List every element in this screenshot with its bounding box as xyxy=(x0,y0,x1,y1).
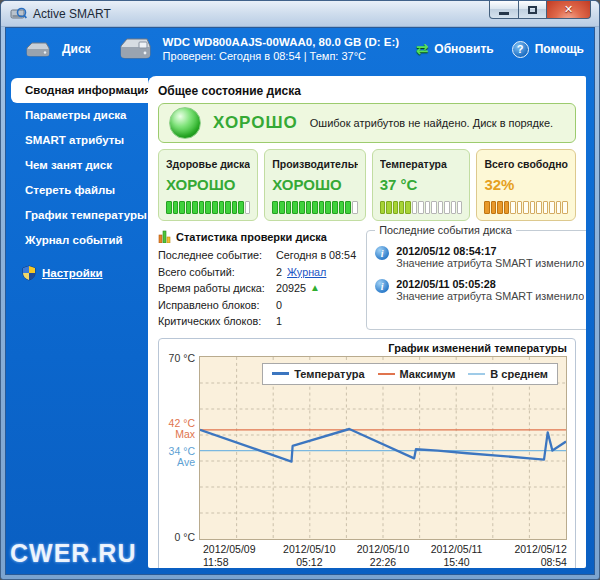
journal-link[interactable]: Журнал xyxy=(287,264,326,281)
event-item[interactable]: i 2012/05/12 08:54:17 Значение атрибута … xyxy=(375,245,584,269)
card-value: 37 °C xyxy=(380,176,463,193)
segment xyxy=(339,201,345,214)
header-actions: ⇄ Обновить ? Помощь xyxy=(416,41,584,58)
segment xyxy=(186,201,192,214)
disk-selector-label: Диск xyxy=(62,42,91,56)
segment xyxy=(556,201,562,214)
event-timestamp: 2012/05/12 08:54:17 xyxy=(396,245,584,257)
card-disk-health: Здоровье диска ХОРОШО xyxy=(158,149,258,221)
segment xyxy=(205,201,211,214)
window-title: Active SMART xyxy=(33,7,111,21)
segment xyxy=(536,201,542,214)
settings-link: Настройки xyxy=(42,267,103,279)
segment xyxy=(484,201,490,214)
card-value: ХОРОШО xyxy=(272,176,358,193)
card-value: 32% xyxy=(484,176,568,193)
legend-swatch-average xyxy=(468,373,485,375)
event-text: Значение атрибута SMART изменилось: (... xyxy=(396,257,584,269)
segment xyxy=(523,201,529,214)
title-bar[interactable]: Active SMART ✕ xyxy=(1,1,599,27)
segment xyxy=(510,201,516,214)
overall-status-word: ХОРОШО xyxy=(213,113,298,133)
segment xyxy=(319,201,325,214)
event-text: Значение атрибута SMART изменилось: (... xyxy=(396,290,584,302)
segment xyxy=(225,201,231,214)
overall-status-description: Ошибок атрибутов не найдено. Диск в поря… xyxy=(310,117,553,129)
sidebar-item-event-log[interactable]: Журнал событий xyxy=(11,228,148,253)
segment-bar xyxy=(380,201,463,214)
segment xyxy=(292,201,298,214)
event-timestamp: 2012/05/11 05:05:28 xyxy=(396,278,584,290)
refresh-button[interactable]: ⇄ Обновить xyxy=(416,42,494,56)
card-title: Температура xyxy=(380,158,463,170)
x-tick: 2012/05/0911:58 xyxy=(199,543,273,569)
recent-events-group: Последние события диска i 2012/05/12 08:… xyxy=(366,230,586,330)
overall-status-box: ХОРОШО Ошибок атрибутов не найдено. Диск… xyxy=(158,103,576,143)
segment-bar xyxy=(484,201,568,214)
segment xyxy=(212,201,218,214)
sidebar-item-erase-files[interactable]: Стереть файлы xyxy=(11,178,148,203)
help-button[interactable]: ? Помощь xyxy=(512,41,584,58)
maximize-button[interactable] xyxy=(519,1,547,19)
segment xyxy=(504,201,510,214)
maximize-icon xyxy=(528,6,537,14)
segment-bar xyxy=(166,201,250,214)
chart-zone: 70 °C 42 °C Max 34 °C Ave 0 °C xyxy=(167,356,567,540)
chart-legend: Температура Максимум В среднем xyxy=(262,363,558,385)
segment xyxy=(286,201,292,214)
segment-bar xyxy=(272,201,358,214)
stat-critical-blocks: Критических блоков: 1 xyxy=(158,313,356,330)
stat-reallocated-blocks: Исправлено блоков: 0 xyxy=(158,297,356,314)
segment xyxy=(173,201,179,214)
segment xyxy=(412,201,417,214)
temperature-chart-block: График изменений температуры 70 °C 42 °C… xyxy=(158,338,576,569)
segment xyxy=(232,201,238,214)
segment xyxy=(386,201,391,214)
close-button[interactable]: ✕ xyxy=(547,1,591,19)
disk-selector[interactable]: Диск xyxy=(24,41,91,58)
card-temperature: Температура 37 °C xyxy=(372,149,471,221)
check-statistics: Статистика проверки диска Последнее собы… xyxy=(158,230,356,330)
close-icon: ✕ xyxy=(564,3,573,16)
bar-chart-icon xyxy=(158,230,171,243)
drive-model: WDC WD800AAJS-00WAA0, 80.0 GB (D: E:) xyxy=(163,35,399,49)
card-free-space: Всего свободно 32% xyxy=(476,149,576,221)
segment xyxy=(279,201,285,214)
segment xyxy=(166,201,172,214)
app-window: Active SMART ✕ Диск xyxy=(0,0,600,580)
help-icon: ? xyxy=(512,41,529,58)
content-panel: Общее состояние диска ХОРОШО Ошибок атри… xyxy=(148,76,586,568)
sidebar-item-temperature-graph[interactable]: График температуры xyxy=(11,203,148,228)
segment xyxy=(179,201,185,214)
sidebar-item-smart-attributes[interactable]: SMART атрибуты xyxy=(11,128,148,153)
hard-drive-icon xyxy=(117,37,153,61)
y-label-top: 70 °C xyxy=(169,353,195,364)
main-body: Сводная информация Параметры диска SMART… xyxy=(6,70,594,574)
segment xyxy=(457,201,462,214)
caption-buttons: ✕ xyxy=(489,1,591,19)
drive-info: WDC WD800AAJS-00WAA0, 80.0 GB (D: E:) Пр… xyxy=(117,35,416,63)
legend-maximum: Максимум xyxy=(378,368,456,380)
segment xyxy=(192,201,198,214)
segment xyxy=(312,201,318,214)
segment xyxy=(272,201,278,214)
refresh-icon: ⇄ xyxy=(416,43,429,55)
segment xyxy=(399,201,404,214)
section-title: Общее состояние диска xyxy=(158,84,576,98)
segment xyxy=(438,201,443,214)
recent-events-title: Последние события диска xyxy=(375,224,516,236)
x-axis-labels: 2012/05/0911:58 2012/05/1005:12 2012/05/… xyxy=(199,543,567,569)
window-body: Диск WDC WD800AAJS-00WAA0, 80.0 GB (D: E… xyxy=(5,27,595,575)
settings-link-row[interactable]: Настройки xyxy=(22,265,148,281)
segment xyxy=(549,201,555,214)
minimize-button[interactable] xyxy=(489,1,519,19)
sidebar-item-disk-parameters[interactable]: Параметры диска xyxy=(11,103,148,128)
drive-status: Проверен: Сегодня в 08:54 | Темп: 37°C xyxy=(163,49,399,63)
segment xyxy=(451,201,456,214)
stat-power-on-hours: Время работы диска: 20925 ▲ xyxy=(158,280,356,297)
segment xyxy=(530,201,536,214)
event-item[interactable]: i 2012/05/11 05:05:28 Значение атрибута … xyxy=(375,278,584,302)
legend-average: В среднем xyxy=(468,368,548,380)
sidebar-item-disk-usage[interactable]: Чем занят диск xyxy=(11,153,148,178)
sidebar-item-summary[interactable]: Сводная информация xyxy=(11,78,148,103)
